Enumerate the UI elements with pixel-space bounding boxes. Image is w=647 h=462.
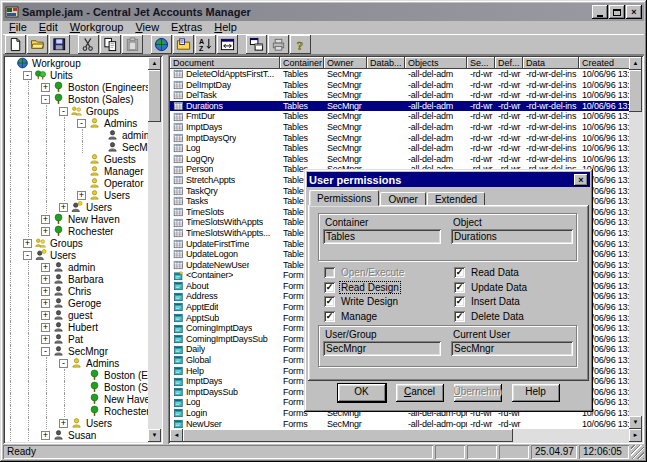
expand-icon[interactable]: + <box>59 419 68 428</box>
close-button[interactable]: × <box>626 5 642 19</box>
checked-checkbox-icon[interactable]: ✓ <box>454 311 465 322</box>
table-row-durations[interactable]: DurationsTablesSecMngr-all-del-adm-rd-wr… <box>170 101 633 112</box>
maximize-button[interactable] <box>609 5 625 19</box>
title-bar[interactable]: Sample.jam - Central Jet Accounts Manage… <box>3 3 644 21</box>
checkbox-write-design[interactable]: ✓Write Design <box>324 296 405 307</box>
scroll-up-icon[interactable]: ▲ <box>629 57 642 70</box>
expand-icon[interactable]: + <box>41 215 50 224</box>
checkbox-read-data[interactable]: ✓Read Data <box>454 267 528 278</box>
tree-item-users[interactable]: +Users <box>5 417 148 429</box>
tree-item-guests[interactable]: Guests <box>5 153 148 165</box>
expand-icon[interactable]: + <box>41 299 50 308</box>
menu-workgroup[interactable]: Workgroup <box>64 21 130 34</box>
save-button[interactable] <box>49 35 70 54</box>
expand-icon[interactable]: + <box>23 239 32 248</box>
tree-item-new-haven[interactable]: +New Haven <box>5 213 148 225</box>
tree-item-geroge[interactable]: +Geroge <box>5 297 148 309</box>
expand-icon[interactable]: + <box>41 323 50 332</box>
copy-button[interactable] <box>100 35 121 54</box>
expand-icon[interactable]: + <box>59 203 68 212</box>
workgroup-button[interactable] <box>151 35 172 54</box>
checkbox-insert-data[interactable]: ✓Insert Data <box>454 296 528 307</box>
tree-item-boston-engineers[interactable]: +Boston (Engineers) <box>5 81 148 93</box>
tree-item-chris[interactable]: +Chris <box>5 285 148 297</box>
menu-view[interactable]: View <box>129 21 165 34</box>
tree-item-rochester[interactable]: +Rochester <box>5 225 148 237</box>
help-button[interactable]: ? <box>290 35 311 54</box>
minimize-button[interactable] <box>592 5 608 19</box>
collapse-icon[interactable]: - <box>23 251 32 260</box>
menu-help[interactable]: Help <box>208 21 243 34</box>
tree-item-new-haven[interactable]: New Haven <box>5 393 148 405</box>
checkbox-open-execute[interactable]: Open/Execute <box>324 267 405 278</box>
column-header-data[interactable]: Data <box>523 57 579 69</box>
open-workgroup-button[interactable] <box>173 35 194 54</box>
bernehmen-button[interactable]: Übernehmen <box>454 384 502 402</box>
tree-item-units[interactable]: -Units <box>5 69 148 81</box>
collapse-icon[interactable]: - <box>59 107 68 116</box>
tab-permissions[interactable]: Permissions <box>309 190 379 206</box>
tree-item-secmngr[interactable]: -SecMngr <box>5 345 148 357</box>
column-header-owner[interactable]: Owner <box>324 57 367 69</box>
expand-icon[interactable]: + <box>41 83 50 92</box>
switch-windows-button[interactable] <box>246 35 267 54</box>
checked-checkbox-icon[interactable]: ✓ <box>324 296 335 307</box>
expand-icon[interactable]: + <box>41 263 50 272</box>
tree-item-barbara[interactable]: +Barbara <box>5 273 148 285</box>
tree-item-rochester[interactable]: Rochester <box>5 405 148 417</box>
dialog-close-button[interactable]: × <box>574 174 588 186</box>
scroll-up-icon[interactable]: ▲ <box>148 57 161 70</box>
tree-item-users[interactable]: +Users <box>5 201 148 213</box>
scroll-left-icon[interactable]: ◄ <box>170 429 183 442</box>
tree-item-admins[interactable]: -Admins <box>5 117 148 129</box>
table-row-fmtdur[interactable]: FmtDurTablesSecMngr-all-del-adm-rd-wr-rd… <box>170 111 633 122</box>
fit-window-button[interactable] <box>217 35 238 54</box>
table-row-logqry[interactable]: LogQryTablesSecMngr-all-del-adm-rd-wr-rd… <box>170 154 633 165</box>
tree-item-admin[interactable]: +admin <box>5 261 148 273</box>
collapse-icon[interactable]: - <box>23 71 32 80</box>
table-row-delimptday[interactable]: DelImptDayTablesSecMngr-all-del-adm-rd-w… <box>170 80 633 91</box>
unchecked-checkbox-icon[interactable] <box>324 267 335 278</box>
print-button[interactable] <box>268 35 289 54</box>
checked-checkbox-icon[interactable]: ✓ <box>454 296 465 307</box>
sort-az-button[interactable]: AZ <box>195 35 216 54</box>
expand-icon[interactable]: + <box>41 287 50 296</box>
tree-item-pat[interactable]: +Pat <box>5 333 148 345</box>
expand-icon[interactable]: + <box>41 275 50 284</box>
tree-item-workgroup[interactable]: Workgroup <box>5 57 148 69</box>
cut-button[interactable] <box>78 35 99 54</box>
tree-item-boston-sales[interactable]: -Boston (Sales) <box>5 93 148 105</box>
column-header-container[interactable]: Container <box>280 57 324 69</box>
dialog-title-bar[interactable]: User permissions × <box>307 172 590 187</box>
table-row-log[interactable]: LogTablesSecMngr-all-del-adm-rd-wr-rd-wr… <box>170 143 633 154</box>
scroll-right-icon[interactable]: ► <box>629 429 642 442</box>
column-header-datab[interactable]: Datab... <box>367 57 405 69</box>
tab-owner[interactable]: Owner <box>380 192 425 206</box>
table-row-newuser[interactable]: NewUserFormsSecMngr-all-del-adm-opn-rd-w… <box>170 419 633 429</box>
table-row-deltask[interactable]: DelTaskTablesSecMngr-all-del-adm-rd-wr-r… <box>170 90 633 101</box>
resize-grip[interactable] <box>631 445 644 459</box>
checkbox-update-data[interactable]: ✓Update Data <box>454 282 528 293</box>
tree-item-secmngr[interactable]: SecMngr <box>5 141 148 153</box>
tree-item-boston-sales[interactable]: Boston (Sales) <box>5 381 148 393</box>
column-header-document[interactable]: Document <box>170 57 280 69</box>
collapse-icon[interactable]: - <box>59 359 68 368</box>
menu-extras[interactable]: Extras <box>165 21 208 34</box>
expand-icon[interactable]: + <box>41 227 50 236</box>
menu-file[interactable]: File <box>3 21 33 34</box>
table-row-imptdays[interactable]: ImptDaysTablesSecMngr-all-del-adm-rd-wr-… <box>170 122 633 133</box>
tree-item-hubert[interactable]: +Hubert <box>5 321 148 333</box>
help-button[interactable]: Help <box>512 384 560 402</box>
tree-item-operator[interactable]: Operator <box>5 177 148 189</box>
tree-item-groups[interactable]: +Groups <box>5 237 148 249</box>
column-header-se[interactable]: Se... <box>467 57 495 69</box>
table-scroll-thumb[interactable] <box>629 70 642 112</box>
menu-edit[interactable]: Edit <box>33 21 64 34</box>
expand-icon[interactable]: + <box>41 335 50 344</box>
checked-checkbox-icon[interactable]: ✓ <box>324 282 335 293</box>
tree-item-groups[interactable]: -Groups <box>5 105 148 117</box>
tree-item-users[interactable]: +Users <box>5 189 148 201</box>
ok-button[interactable]: OK <box>338 384 386 402</box>
expand-icon[interactable]: + <box>41 311 50 320</box>
tree-item-guest[interactable]: +guest <box>5 309 148 321</box>
